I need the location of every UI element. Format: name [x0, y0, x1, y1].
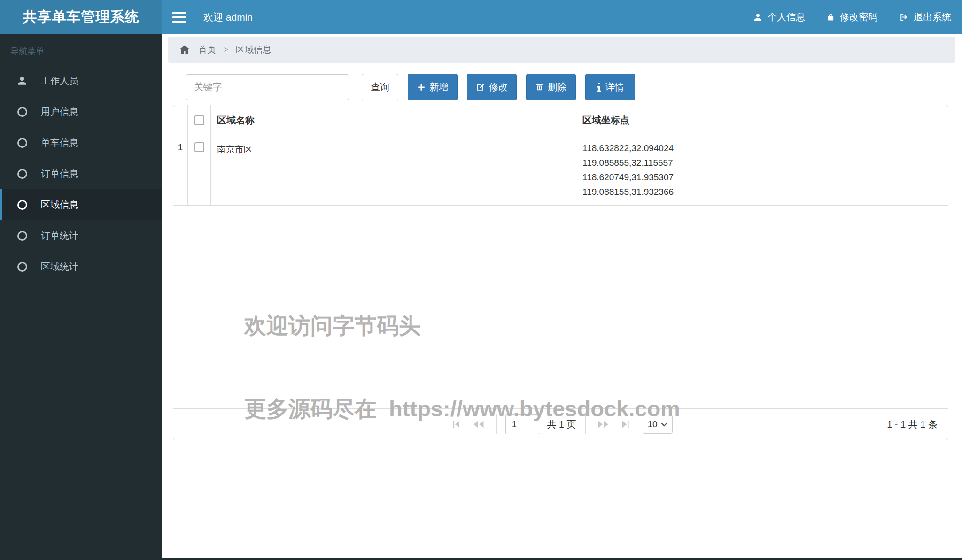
user-icon [15, 76, 29, 86]
sidebar-item-staff[interactable]: 工作人员 [0, 65, 162, 96]
welcome-text: 欢迎 admin [203, 11, 253, 24]
search-input[interactable] [186, 74, 349, 100]
record-range-label: 1 - 1 共 1 条 [887, 418, 938, 431]
row-checkbox[interactable] [194, 142, 204, 152]
profile-menu-item[interactable]: 个人信息 [743, 0, 816, 34]
search-button[interactable]: 查询 [362, 74, 398, 100]
sidebar-item-areas[interactable]: 区域信息 [0, 189, 162, 220]
page-number-input[interactable] [505, 414, 540, 434]
sidebar-toggle-icon[interactable] [172, 10, 186, 25]
column-header-area-coords[interactable]: 区域坐标点 [576, 105, 937, 136]
logout-menu-item[interactable]: 退出系统 [888, 0, 962, 34]
coord-line: 119.088155,31.932366 [582, 184, 937, 199]
chevron-down-icon [661, 422, 667, 427]
first-page-icon[interactable] [449, 419, 464, 430]
page-count-label: 共 1 页 [547, 418, 576, 431]
data-grid: 区域名称 区域坐标点 1 南京市区 118.632822,32.094024 1… [173, 105, 948, 440]
coord-line: 118.620749,31.935307 [582, 170, 937, 184]
sidebar-item-bikes[interactable]: 单车信息 [0, 127, 162, 158]
circle-icon [15, 200, 29, 210]
breadcrumb: 首页 > 区域信息 [168, 37, 955, 63]
next-page-icon[interactable] [595, 419, 612, 430]
sidebar-section-label: 导航菜单 [0, 34, 162, 65]
previous-page-icon[interactable] [470, 419, 487, 430]
sidebar-item-area-stats[interactable]: 区域统计 [0, 251, 162, 282]
sidebar: 导航菜单 工作人员 用户信息 单车信息 订单信息 区域信息 订单统计 区域统计 [0, 34, 162, 560]
circle-icon [15, 138, 29, 148]
lock-icon [827, 12, 835, 22]
sidebar-item-label: 订单统计 [41, 230, 78, 242]
page-size-select[interactable]: 10 [643, 415, 673, 434]
table-header-row: 区域名称 区域坐标点 [173, 105, 948, 136]
select-all-checkbox[interactable] [194, 115, 204, 125]
app-title: 共享单车管理系统 [0, 0, 162, 34]
plus-icon [417, 83, 426, 92]
row-number-cell: 1 [173, 136, 188, 205]
sidebar-item-orders[interactable]: 订单信息 [0, 158, 162, 189]
breadcrumb-current: 区域信息 [236, 44, 272, 56]
sidebar-item-order-stats[interactable]: 订单统计 [0, 220, 162, 251]
sidebar-item-label: 订单信息 [41, 168, 78, 180]
detail-button[interactable]: 详情 [585, 74, 635, 100]
detail-button-label: 详情 [605, 81, 624, 93]
sidebar-item-label: 区域统计 [41, 261, 78, 273]
breadcrumb-separator: > [224, 45, 228, 54]
row-checkbox-cell [188, 136, 211, 205]
home-icon[interactable] [178, 44, 191, 55]
pagination-bar: 共 1 页 10 1 - 1 共 1 条 [173, 408, 948, 440]
coord-line: 118.632822,32.094024 [582, 141, 937, 155]
edit-button-label: 修改 [489, 81, 508, 93]
edit-button[interactable]: 修改 [467, 74, 517, 100]
page-size-value: 10 [648, 419, 658, 430]
profile-menu-label: 个人信息 [768, 11, 805, 23]
change-password-menu-item[interactable]: 修改密码 [816, 0, 888, 34]
trash-icon [535, 83, 543, 92]
sign-out-icon [899, 12, 908, 22]
content-area: 首页 > 区域信息 查询 新增 修改 删除 详情 [162, 34, 962, 558]
logout-menu-label: 退出系统 [914, 11, 951, 23]
select-all-cell [188, 105, 211, 136]
change-password-menu-label: 修改密码 [840, 11, 877, 23]
column-header-area-name[interactable]: 区域名称 [211, 105, 576, 136]
circle-icon [15, 231, 29, 241]
sidebar-item-label: 用户信息 [41, 106, 78, 118]
sidebar-item-label: 区域信息 [41, 199, 78, 211]
delete-button[interactable]: 删除 [526, 74, 576, 100]
add-button-label: 新增 [430, 81, 449, 93]
coord-line: 119.085855,32.115557 [582, 155, 937, 170]
area-name-cell: 南京市区 [211, 136, 576, 205]
delete-button-label: 删除 [548, 81, 566, 93]
sidebar-item-label: 工作人员 [41, 75, 78, 87]
toolbar: 查询 新增 修改 删除 详情 [186, 74, 635, 100]
info-icon [597, 83, 601, 92]
row-number-header [173, 105, 188, 136]
circle-icon [15, 107, 29, 117]
circle-icon [15, 169, 29, 179]
last-page-icon[interactable] [618, 419, 633, 430]
breadcrumb-home[interactable]: 首页 [198, 44, 216, 56]
navbar-menu: 个人信息 修改密码 退出系统 [743, 0, 962, 34]
edit-icon [476, 83, 485, 92]
area-coords-cell: 118.632822,32.094024 119.085855,32.11555… [576, 136, 937, 205]
add-button[interactable]: 新增 [408, 74, 458, 100]
sidebar-item-users[interactable]: 用户信息 [0, 96, 162, 127]
table-row[interactable]: 1 南京市区 118.632822,32.094024 119.085855,3… [173, 136, 948, 206]
user-icon [753, 12, 762, 22]
circle-icon [15, 262, 29, 272]
sidebar-item-label: 单车信息 [41, 137, 78, 149]
top-navbar: 欢迎 admin 个人信息 修改密码 退出系统 [162, 0, 962, 34]
